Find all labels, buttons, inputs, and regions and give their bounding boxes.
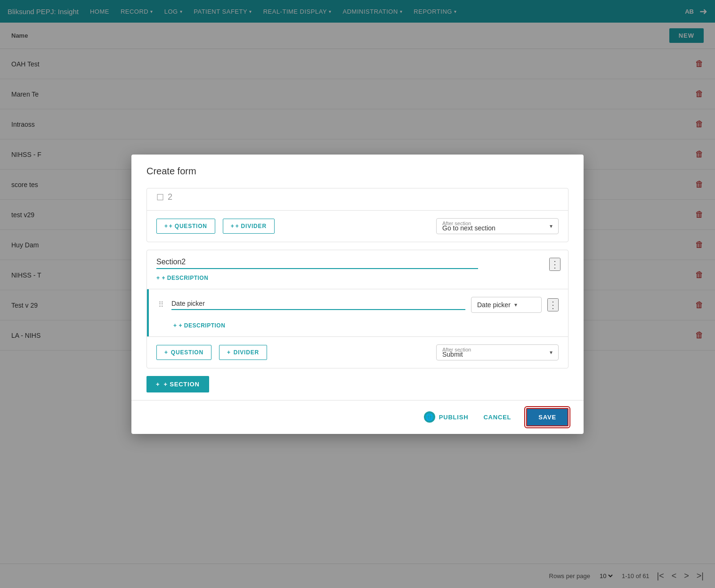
after-section-label: After section xyxy=(442,347,471,352)
section2-card: ⋮ + + DESCRIPTION ⠿ Date picker xyxy=(146,250,569,368)
question-description-row: + + DESCRIPTION xyxy=(147,320,568,336)
add-section-button[interactable]: + + SECTION xyxy=(146,376,209,392)
partial-section-icons: ☐ 2 xyxy=(156,192,559,203)
plus-icon: + xyxy=(231,223,235,229)
section2-add-question-button[interactable]: + QUESTION xyxy=(156,345,211,360)
chevron-down-icon: ▾ xyxy=(514,302,517,308)
question-more-button[interactable]: ⋮ xyxy=(547,298,559,311)
publish-button[interactable]: 🌐 PUBLISH xyxy=(424,411,469,423)
modal-overlay: Create form ☐ 2 + + QUESTION xyxy=(0,0,715,588)
section2-title-input[interactable] xyxy=(156,258,478,269)
question-add-description-button[interactable]: + + DESCRIPTION xyxy=(173,320,225,331)
section1-after-row: + + QUESTION + + DIVIDER After section G… xyxy=(147,211,568,242)
plus-icon: + xyxy=(164,223,168,229)
plus-icon: + xyxy=(164,349,168,356)
question-input[interactable] xyxy=(171,300,465,310)
section2-add-buttons: + QUESTION + DIVIDER xyxy=(156,345,267,360)
section1-add-question-button[interactable]: + + QUESTION xyxy=(156,219,215,234)
section2-header: ⋮ + + DESCRIPTION xyxy=(147,250,568,289)
section2-add-divider-button[interactable]: + DIVIDER xyxy=(219,345,267,360)
question-type-label: Date picker xyxy=(477,301,511,309)
plus-icon: + xyxy=(173,322,177,329)
cancel-button[interactable]: CANCEL xyxy=(476,410,519,425)
chevron-down-icon: ▾ xyxy=(550,349,552,356)
question-type-selector[interactable]: Date picker ▾ xyxy=(471,297,542,313)
plus-icon: + xyxy=(156,381,160,388)
save-button[interactable]: SAVE xyxy=(526,408,569,426)
chevron-down-icon: ▾ xyxy=(550,223,552,229)
section1-add-divider-button[interactable]: + + DIVIDER xyxy=(223,219,275,234)
modal-title: Create form xyxy=(131,155,584,184)
section2-after-row: + QUESTION + DIVIDER After section Submi… xyxy=(147,337,568,368)
modal-body[interactable]: ☐ 2 + + QUESTION + + DIVIDER xyxy=(131,184,584,400)
partial-section-content: ☐ 2 xyxy=(147,188,568,210)
modal-footer: 🌐 PUBLISH CANCEL SAVE xyxy=(131,400,584,434)
section1-partial-card: ☐ 2 + + QUESTION + + DIVIDER xyxy=(146,188,569,242)
section1-add-buttons: + + QUESTION + + DIVIDER xyxy=(156,219,275,234)
section1-after-section-select[interactable]: After section Go to next section ▾ xyxy=(436,218,559,234)
after-section-label: After section xyxy=(442,220,471,226)
section2-after-section-select[interactable]: After section Submit ▾ xyxy=(436,344,559,360)
publish-globe-icon: 🌐 xyxy=(424,411,435,423)
section2-add-description-button[interactable]: + + DESCRIPTION xyxy=(156,273,208,283)
section2-menu-button[interactable]: ⋮ xyxy=(549,258,561,271)
drag-handle-icon[interactable]: ⠿ xyxy=(158,300,164,309)
plus-icon: + xyxy=(227,349,231,356)
create-form-modal: Create form ☐ 2 + + QUESTION xyxy=(131,155,584,434)
plus-icon: + xyxy=(156,275,160,281)
question-row: ⠿ Date picker ▾ ⋮ xyxy=(147,289,568,320)
